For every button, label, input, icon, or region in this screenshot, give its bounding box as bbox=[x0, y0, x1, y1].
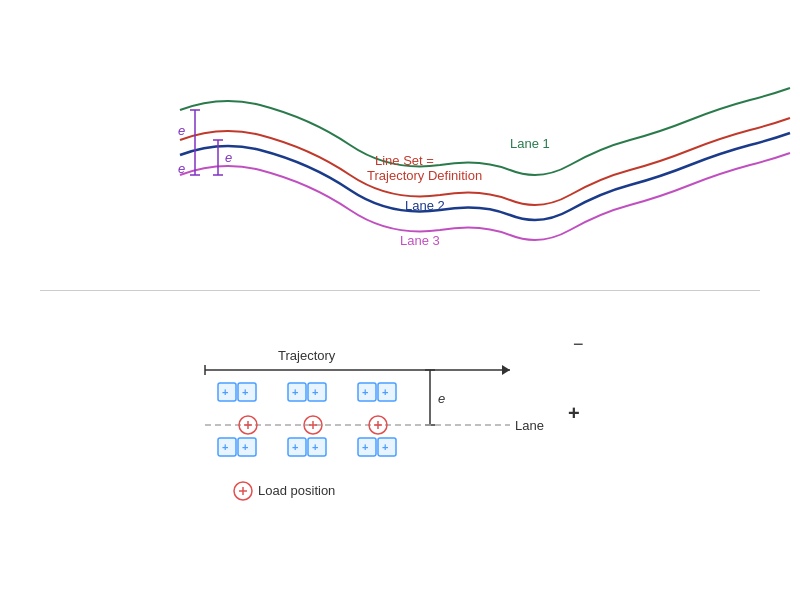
svg-text:Lane 3: Lane 3 bbox=[400, 233, 440, 248]
top-diagram-svg: e e e Lane 1 Line Set = Trajectory Defin… bbox=[0, 0, 800, 290]
section-divider bbox=[40, 290, 760, 291]
svg-text:e: e bbox=[438, 391, 445, 406]
svg-text:−: − bbox=[573, 334, 584, 354]
svg-text:+: + bbox=[312, 386, 318, 398]
svg-text:+: + bbox=[222, 441, 228, 453]
svg-text:+: + bbox=[242, 386, 248, 398]
bottom-section: Trajectory e Lane + − + + + + + + bbox=[0, 295, 800, 600]
svg-text:e: e bbox=[178, 123, 185, 138]
svg-text:Lane 2: Lane 2 bbox=[405, 198, 445, 213]
top-section: e e e Lane 1 Line Set = Trajectory Defin… bbox=[0, 0, 800, 290]
svg-text:+: + bbox=[568, 402, 580, 424]
svg-text:+: + bbox=[382, 386, 388, 398]
svg-text:+: + bbox=[312, 441, 318, 453]
svg-text:+: + bbox=[242, 441, 248, 453]
svg-text:Lane: Lane bbox=[515, 418, 544, 433]
svg-text:Load position: Load position bbox=[258, 483, 335, 498]
svg-text:Trajectory Definition: Trajectory Definition bbox=[367, 168, 482, 183]
svg-text:+: + bbox=[292, 441, 298, 453]
svg-marker-15 bbox=[502, 365, 510, 375]
svg-text:e: e bbox=[178, 161, 185, 176]
svg-text:+: + bbox=[222, 386, 228, 398]
svg-text:e: e bbox=[225, 150, 232, 165]
svg-text:+: + bbox=[382, 441, 388, 453]
svg-text:Trajectory: Trajectory bbox=[278, 348, 336, 363]
svg-text:+: + bbox=[362, 386, 368, 398]
bottom-diagram-svg: Trajectory e Lane + − + + + + + + bbox=[0, 295, 800, 600]
svg-text:+: + bbox=[362, 441, 368, 453]
svg-text:+: + bbox=[292, 386, 298, 398]
svg-text:Lane 1: Lane 1 bbox=[510, 136, 550, 151]
svg-text:Line Set =: Line Set = bbox=[375, 153, 434, 168]
